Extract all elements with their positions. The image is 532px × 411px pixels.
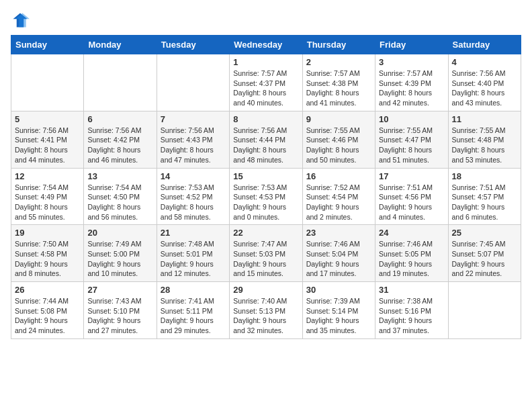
day-info: Sunrise: 7:55 AM Sunset: 4:46 PM Dayligh… xyxy=(306,126,371,165)
day-number: 4 xyxy=(452,57,517,67)
calendar-header-row: SundayMondayTuesdayWednesdayThursdayFrid… xyxy=(11,36,521,54)
calendar-cell: 26Sunrise: 7:44 AM Sunset: 5:08 PM Dayli… xyxy=(11,282,84,339)
day-number: 24 xyxy=(379,228,444,238)
day-number: 8 xyxy=(233,114,298,124)
logo xyxy=(11,11,32,30)
calendar-cell: 27Sunrise: 7:43 AM Sunset: 5:10 PM Dayli… xyxy=(84,282,157,339)
day-info: Sunrise: 7:53 AM Sunset: 4:53 PM Dayligh… xyxy=(233,183,298,222)
calendar-cell: 10Sunrise: 7:55 AM Sunset: 4:47 PM Dayli… xyxy=(375,111,448,168)
calendar-cell: 22Sunrise: 7:47 AM Sunset: 5:03 PM Dayli… xyxy=(230,225,302,282)
day-number: 3 xyxy=(379,57,444,67)
logo-icon xyxy=(11,11,30,30)
day-info: Sunrise: 7:48 AM Sunset: 5:01 PM Dayligh… xyxy=(161,239,226,279)
calendar-week-row: 12Sunrise: 7:54 AM Sunset: 4:49 PM Dayli… xyxy=(11,168,521,225)
day-number: 6 xyxy=(87,114,152,124)
day-info: Sunrise: 7:52 AM Sunset: 4:54 PM Dayligh… xyxy=(306,183,371,222)
day-info: Sunrise: 7:53 AM Sunset: 4:52 PM Dayligh… xyxy=(161,183,226,222)
calendar-cell: 24Sunrise: 7:46 AM Sunset: 5:05 PM Dayli… xyxy=(375,225,448,282)
calendar-cell: 9Sunrise: 7:55 AM Sunset: 4:46 PM Daylig… xyxy=(302,111,375,168)
day-info: Sunrise: 7:57 AM Sunset: 4:39 PM Dayligh… xyxy=(379,68,444,108)
day-header-saturday: Saturday xyxy=(448,36,521,54)
day-info: Sunrise: 7:49 AM Sunset: 5:00 PM Dayligh… xyxy=(87,239,152,279)
day-info: Sunrise: 7:56 AM Sunset: 4:41 PM Dayligh… xyxy=(15,126,80,165)
calendar-cell: 6Sunrise: 7:56 AM Sunset: 4:42 PM Daylig… xyxy=(84,111,157,168)
calendar-cell: 13Sunrise: 7:54 AM Sunset: 4:50 PM Dayli… xyxy=(84,168,157,225)
calendar-cell: 31Sunrise: 7:38 AM Sunset: 5:16 PM Dayli… xyxy=(375,282,448,339)
page-header xyxy=(11,11,521,30)
day-number: 12 xyxy=(15,171,80,181)
calendar-cell xyxy=(157,54,229,111)
day-info: Sunrise: 7:57 AM Sunset: 4:38 PM Dayligh… xyxy=(306,68,371,108)
day-number: 27 xyxy=(87,285,152,295)
calendar-cell: 5Sunrise: 7:56 AM Sunset: 4:41 PM Daylig… xyxy=(11,111,84,168)
calendar-cell: 23Sunrise: 7:46 AM Sunset: 5:04 PM Dayli… xyxy=(302,225,375,282)
day-number: 31 xyxy=(379,285,444,295)
day-info: Sunrise: 7:50 AM Sunset: 4:58 PM Dayligh… xyxy=(15,239,80,279)
day-info: Sunrise: 7:46 AM Sunset: 5:04 PM Dayligh… xyxy=(306,239,371,279)
day-number: 10 xyxy=(379,114,444,124)
day-info: Sunrise: 7:54 AM Sunset: 4:50 PM Dayligh… xyxy=(87,183,152,222)
calendar-cell: 19Sunrise: 7:50 AM Sunset: 4:58 PM Dayli… xyxy=(11,225,84,282)
day-number: 2 xyxy=(306,57,371,67)
day-number: 13 xyxy=(87,171,152,181)
day-number: 28 xyxy=(161,285,226,295)
day-number: 15 xyxy=(233,171,298,181)
calendar-cell: 3Sunrise: 7:57 AM Sunset: 4:39 PM Daylig… xyxy=(375,54,448,111)
day-info: Sunrise: 7:40 AM Sunset: 5:13 PM Dayligh… xyxy=(233,296,298,336)
day-info: Sunrise: 7:57 AM Sunset: 4:37 PM Dayligh… xyxy=(233,68,298,108)
day-info: Sunrise: 7:47 AM Sunset: 5:03 PM Dayligh… xyxy=(233,239,298,279)
calendar-cell: 12Sunrise: 7:54 AM Sunset: 4:49 PM Dayli… xyxy=(11,168,84,225)
calendar-cell: 30Sunrise: 7:39 AM Sunset: 5:14 PM Dayli… xyxy=(302,282,375,339)
day-info: Sunrise: 7:38 AM Sunset: 5:16 PM Dayligh… xyxy=(379,296,444,336)
day-header-monday: Monday xyxy=(84,36,157,54)
day-number: 5 xyxy=(15,114,80,124)
calendar-week-row: 19Sunrise: 7:50 AM Sunset: 4:58 PM Dayli… xyxy=(11,225,521,282)
day-number: 25 xyxy=(452,228,517,238)
day-number: 22 xyxy=(233,228,298,238)
calendar-week-row: 5Sunrise: 7:56 AM Sunset: 4:41 PM Daylig… xyxy=(11,111,521,168)
calendar-cell: 8Sunrise: 7:56 AM Sunset: 4:44 PM Daylig… xyxy=(230,111,302,168)
day-number: 23 xyxy=(306,228,371,238)
calendar-cell: 17Sunrise: 7:51 AM Sunset: 4:56 PM Dayli… xyxy=(375,168,448,225)
day-info: Sunrise: 7:44 AM Sunset: 5:08 PM Dayligh… xyxy=(15,296,80,336)
calendar-cell xyxy=(84,54,157,111)
calendar-cell: 11Sunrise: 7:55 AM Sunset: 4:48 PM Dayli… xyxy=(448,111,521,168)
day-info: Sunrise: 7:45 AM Sunset: 5:07 PM Dayligh… xyxy=(452,239,517,279)
day-number: 30 xyxy=(306,285,371,295)
calendar-cell: 7Sunrise: 7:56 AM Sunset: 4:43 PM Daylig… xyxy=(157,111,229,168)
day-info: Sunrise: 7:39 AM Sunset: 5:14 PM Dayligh… xyxy=(306,296,371,336)
calendar-cell: 20Sunrise: 7:49 AM Sunset: 5:00 PM Dayli… xyxy=(84,225,157,282)
calendar-week-row: 26Sunrise: 7:44 AM Sunset: 5:08 PM Dayli… xyxy=(11,282,521,339)
calendar-cell xyxy=(448,282,521,339)
day-number: 11 xyxy=(452,114,517,124)
day-info: Sunrise: 7:55 AM Sunset: 4:47 PM Dayligh… xyxy=(379,126,444,165)
day-header-thursday: Thursday xyxy=(302,36,375,54)
calendar-table: SundayMondayTuesdayWednesdayThursdayFrid… xyxy=(11,35,521,339)
calendar-cell: 14Sunrise: 7:53 AM Sunset: 4:52 PM Dayli… xyxy=(157,168,229,225)
day-info: Sunrise: 7:56 AM Sunset: 4:42 PM Dayligh… xyxy=(87,126,152,165)
calendar-cell: 21Sunrise: 7:48 AM Sunset: 5:01 PM Dayli… xyxy=(157,225,229,282)
day-number: 1 xyxy=(233,57,298,67)
calendar-cell: 4Sunrise: 7:56 AM Sunset: 4:40 PM Daylig… xyxy=(448,54,521,111)
day-number: 26 xyxy=(15,285,80,295)
calendar-cell: 28Sunrise: 7:41 AM Sunset: 5:11 PM Dayli… xyxy=(157,282,229,339)
day-number: 19 xyxy=(15,228,80,238)
day-number: 20 xyxy=(87,228,152,238)
day-number: 14 xyxy=(161,171,226,181)
day-info: Sunrise: 7:54 AM Sunset: 4:49 PM Dayligh… xyxy=(15,183,80,222)
calendar-cell: 2Sunrise: 7:57 AM Sunset: 4:38 PM Daylig… xyxy=(302,54,375,111)
day-number: 7 xyxy=(161,114,226,124)
calendar-cell: 16Sunrise: 7:52 AM Sunset: 4:54 PM Dayli… xyxy=(302,168,375,225)
day-number: 21 xyxy=(161,228,226,238)
calendar-cell: 25Sunrise: 7:45 AM Sunset: 5:07 PM Dayli… xyxy=(448,225,521,282)
calendar-week-row: 1Sunrise: 7:57 AM Sunset: 4:37 PM Daylig… xyxy=(11,54,521,111)
calendar-cell: 29Sunrise: 7:40 AM Sunset: 5:13 PM Dayli… xyxy=(230,282,302,339)
day-header-tuesday: Tuesday xyxy=(157,36,229,54)
day-number: 18 xyxy=(452,171,517,181)
day-info: Sunrise: 7:51 AM Sunset: 4:57 PM Dayligh… xyxy=(452,183,517,222)
day-header-wednesday: Wednesday xyxy=(230,36,302,54)
calendar-cell: 15Sunrise: 7:53 AM Sunset: 4:53 PM Dayli… xyxy=(230,168,302,225)
day-number: 9 xyxy=(306,114,371,124)
day-header-sunday: Sunday xyxy=(11,36,84,54)
calendar-cell: 1Sunrise: 7:57 AM Sunset: 4:37 PM Daylig… xyxy=(230,54,302,111)
